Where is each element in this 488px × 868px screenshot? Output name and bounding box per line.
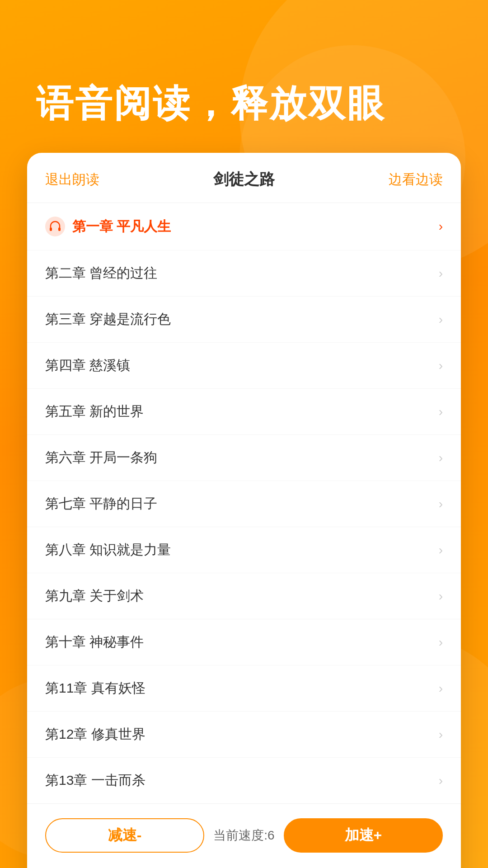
chevron-right-icon: › <box>439 219 443 234</box>
svg-rect-2 <box>58 227 61 231</box>
reader-modal: 退出朗读 剑徒之路 边看边读 第一章 平凡人生›第二章 曾经的过往›第三章 穿越… <box>27 153 461 868</box>
chapter-item[interactable]: 第三章 穿越是流行色› <box>27 297 461 343</box>
chevron-right-icon: › <box>439 681 443 696</box>
chapter-item[interactable]: 第13章 一击而杀› <box>27 758 461 803</box>
chapter-title: 第七章 平静的日子 <box>45 495 157 513</box>
book-title: 剑徒之路 <box>213 169 275 190</box>
chapter-title: 第九章 关于剑术 <box>45 587 144 605</box>
chapter-item[interactable]: 第八章 知识就是力量› <box>27 527 461 573</box>
chevron-right-icon: › <box>439 589 443 604</box>
speed-row: 减速- 当前速度:6 加速+ <box>45 818 443 853</box>
controls-area: 减速- 当前速度:6 加速+ 模式：情感男声情感女声萝莉音 关闭 <box>27 803 461 868</box>
chapter-title: 第三章 穿越是流行色 <box>45 310 171 329</box>
chapter-item[interactable]: 第11章 真有妖怪› <box>27 665 461 712</box>
chapter-item[interactable]: 第七章 平静的日子› <box>27 481 461 527</box>
chapter-title: 第五章 新的世界 <box>45 402 144 421</box>
chapter-item[interactable]: 第十章 神秘事件› <box>27 619 461 665</box>
page-title: 语音阅读，释放双眼 <box>0 0 488 153</box>
exit-reading-button[interactable]: 退出朗读 <box>45 170 99 189</box>
chevron-right-icon: › <box>439 405 443 419</box>
chapter-item[interactable]: 第一章 平凡人生› <box>27 203 461 250</box>
speed-up-button[interactable]: 加速+ <box>284 818 443 853</box>
slow-down-button[interactable]: 减速- <box>45 818 204 853</box>
chevron-right-icon: › <box>439 312 443 327</box>
chevron-right-icon: › <box>439 543 443 557</box>
chapter-title: 第11章 真有妖怪 <box>45 679 145 698</box>
chevron-right-icon: › <box>439 635 443 650</box>
chapter-title: 第六章 开局一条狗 <box>45 448 157 467</box>
chapter-list: 第一章 平凡人生›第二章 曾经的过往›第三章 穿越是流行色›第四章 慈溪镇›第五… <box>27 203 461 803</box>
chapter-item[interactable]: 第二章 曾经的过往› <box>27 250 461 297</box>
chapter-title: 第一章 平凡人生 <box>72 217 171 236</box>
headphone-icon <box>45 217 65 236</box>
chapter-title: 第十章 神秘事件 <box>45 633 144 651</box>
chevron-right-icon: › <box>439 451 443 465</box>
svg-rect-1 <box>50 227 52 231</box>
chapter-item[interactable]: 第四章 慈溪镇› <box>27 343 461 389</box>
modal-header: 退出朗读 剑徒之路 边看边读 <box>27 153 461 203</box>
svg-point-0 <box>45 217 65 236</box>
read-while-watching-button[interactable]: 边看边读 <box>389 170 443 189</box>
chapter-title: 第12章 修真世界 <box>45 725 145 744</box>
chapter-item[interactable]: 第五章 新的世界› <box>27 389 461 435</box>
chapter-item[interactable]: 第六章 开局一条狗› <box>27 435 461 481</box>
chevron-right-icon: › <box>439 727 443 742</box>
chevron-right-icon: › <box>439 774 443 788</box>
chapter-title: 第二章 曾经的过往 <box>45 264 157 283</box>
chapter-item[interactable]: 第九章 关于剑术› <box>27 573 461 619</box>
chapter-title: 第八章 知识就是力量 <box>45 541 171 559</box>
chapter-title: 第13章 一击而杀 <box>45 771 145 790</box>
chevron-right-icon: › <box>439 359 443 373</box>
current-speed-label: 当前速度:6 <box>213 827 274 844</box>
chevron-right-icon: › <box>439 266 443 281</box>
chapter-title: 第四章 慈溪镇 <box>45 356 130 375</box>
chevron-right-icon: › <box>439 497 443 511</box>
chapter-item[interactable]: 第12章 修真世界› <box>27 712 461 758</box>
